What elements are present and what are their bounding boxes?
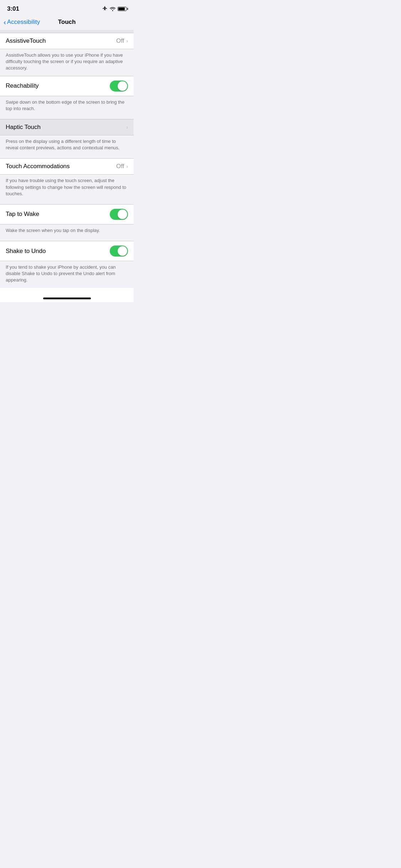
reachability-row[interactable]: Reachability	[0, 76, 134, 96]
home-indicator	[43, 298, 91, 299]
assistive-touch-row[interactable]: AssistiveTouch Off ›	[0, 33, 134, 49]
touch-accommodations-chevron: ›	[126, 164, 128, 169]
reachability-group: Reachability	[0, 76, 134, 96]
assistive-touch-value: Off	[116, 37, 124, 45]
assistive-touch-description: AssistiveTouch allows you to use your iP…	[6, 52, 128, 72]
shake-to-undo-label: Shake to Undo	[6, 248, 46, 255]
back-label: Accessibility	[7, 19, 40, 26]
assistive-touch-description-section: AssistiveTouch allows you to use your iP…	[0, 49, 134, 76]
nav-bar: ‹ Accessibility Touch	[0, 16, 134, 30]
tap-to-wake-label: Tap to Wake	[6, 211, 39, 218]
shake-to-undo-toggle-knob	[118, 246, 127, 256]
airplane-icon	[102, 6, 108, 12]
haptic-touch-value-container: ›	[126, 124, 128, 130]
back-button[interactable]: ‹ Accessibility	[4, 19, 40, 26]
haptic-touch-description-section: Press on the display using a different l…	[0, 135, 134, 155]
touch-accommodations-value: Off	[116, 163, 124, 170]
reachability-description-section: Swipe down on the bottom edge of the scr…	[0, 96, 134, 116]
touch-accommodations-description: If you have trouble using the touch scre…	[6, 177, 128, 197]
touch-accommodations-group: Touch Accommodations Off ›	[0, 158, 134, 175]
shake-to-undo-description-section: If you tend to shake your iPhone by acci…	[0, 261, 134, 288]
home-indicator-area	[0, 288, 134, 302]
tap-to-wake-toggle[interactable]	[110, 209, 128, 220]
status-icons	[102, 6, 127, 12]
shake-to-undo-row[interactable]: Shake to Undo	[0, 241, 134, 261]
tap-to-wake-row[interactable]: Tap to Wake	[0, 205, 134, 224]
assistive-touch-chevron: ›	[126, 38, 128, 44]
haptic-touch-chevron: ›	[126, 124, 128, 130]
section-spacer-top	[0, 30, 134, 33]
shake-to-undo-description: If you tend to shake your iPhone by acci…	[6, 264, 128, 284]
haptic-touch-description: Press on the display using a different l…	[6, 138, 128, 151]
touch-accommodations-description-section: If you have trouble using the touch scre…	[0, 175, 134, 201]
haptic-touch-row[interactable]: Haptic Touch ›	[0, 119, 134, 135]
status-time: 3:01	[7, 5, 19, 12]
battery-icon	[118, 7, 127, 11]
tap-to-wake-description: Wake the screen when you tap on the disp…	[6, 227, 128, 234]
tap-to-wake-group: Tap to Wake	[0, 204, 134, 224]
reachability-description: Swipe down on the bottom edge of the scr…	[6, 99, 128, 112]
tap-to-wake-description-section: Wake the screen when you tap on the disp…	[0, 224, 134, 238]
group-separator-3	[0, 201, 134, 204]
status-bar: 3:01	[0, 0, 134, 16]
assistive-touch-group: AssistiveTouch Off ›	[0, 33, 134, 49]
shake-to-undo-toggle[interactable]	[110, 246, 128, 257]
reachability-toggle-knob	[118, 81, 127, 91]
touch-accommodations-label: Touch Accommodations	[6, 163, 70, 170]
page-title: Touch	[58, 19, 76, 26]
haptic-touch-label: Haptic Touch	[6, 124, 41, 131]
assistive-touch-value-container: Off ›	[116, 37, 128, 45]
back-chevron-icon: ‹	[4, 19, 6, 26]
group-separator-4	[0, 238, 134, 241]
reachability-toggle[interactable]	[110, 81, 128, 92]
assistive-touch-label: AssistiveTouch	[6, 37, 46, 45]
group-separator-1	[0, 116, 134, 119]
haptic-touch-group: Haptic Touch ›	[0, 119, 134, 135]
shake-to-undo-group: Shake to Undo	[0, 241, 134, 261]
touch-accommodations-row[interactable]: Touch Accommodations Off ›	[0, 159, 134, 174]
touch-accommodations-value-container: Off ›	[116, 163, 128, 170]
group-separator-2	[0, 155, 134, 158]
tap-to-wake-toggle-knob	[118, 210, 127, 219]
reachability-label: Reachability	[6, 82, 39, 89]
wifi-icon	[110, 7, 115, 11]
